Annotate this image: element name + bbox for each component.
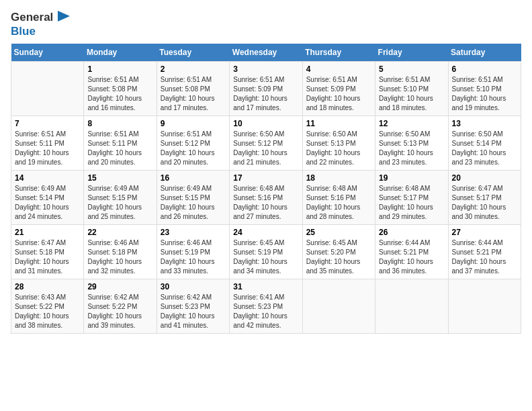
calendar-cell: 26Sunrise: 6:44 AMSunset: 5:21 PMDayligh… xyxy=(375,224,448,279)
calendar-cell: 3Sunrise: 6:51 AMSunset: 5:09 PMDaylight… xyxy=(230,61,302,116)
day-header-friday: Friday xyxy=(375,44,448,62)
day-info: Sunrise: 6:45 AMSunset: 5:19 PMDaylight:… xyxy=(233,238,298,276)
day-info: Sunrise: 6:51 AMSunset: 5:10 PMDaylight:… xyxy=(452,75,517,113)
day-number: 2 xyxy=(161,64,226,74)
day-number: 16 xyxy=(161,173,226,183)
calendar-week-row: 1Sunrise: 6:51 AMSunset: 5:08 PMDaylight… xyxy=(11,61,521,116)
day-info: Sunrise: 6:48 AMSunset: 5:17 PMDaylight:… xyxy=(379,184,444,222)
day-number: 5 xyxy=(379,64,444,74)
day-number: 31 xyxy=(233,282,298,291)
calendar-cell: 22Sunrise: 6:46 AMSunset: 5:18 PMDayligh… xyxy=(84,224,157,279)
calendar-cell: 14Sunrise: 6:49 AMSunset: 5:14 PMDayligh… xyxy=(11,170,84,224)
calendar-cell: 16Sunrise: 6:49 AMSunset: 5:15 PMDayligh… xyxy=(157,170,229,224)
day-number: 14 xyxy=(15,173,80,183)
logo-flag xyxy=(58,11,70,26)
day-info: Sunrise: 6:50 AMSunset: 5:13 PMDaylight:… xyxy=(306,130,371,167)
day-number: 20 xyxy=(452,173,517,183)
calendar-cell: 21Sunrise: 6:47 AMSunset: 5:18 PMDayligh… xyxy=(11,224,84,279)
calendar-cell: 17Sunrise: 6:48 AMSunset: 5:16 PMDayligh… xyxy=(230,170,302,224)
day-header-saturday: Saturday xyxy=(448,44,521,62)
calendar-cell: 4Sunrise: 6:51 AMSunset: 5:09 PMDaylight… xyxy=(302,61,375,116)
calendar-cell: 2Sunrise: 6:51 AMSunset: 5:08 PMDaylight… xyxy=(157,61,229,116)
day-info: Sunrise: 6:51 AMSunset: 5:11 PMDaylight:… xyxy=(87,130,152,167)
calendar-cell: 15Sunrise: 6:49 AMSunset: 5:15 PMDayligh… xyxy=(84,170,157,224)
calendar-cell: 18Sunrise: 6:48 AMSunset: 5:16 PMDayligh… xyxy=(302,170,375,224)
day-header-thursday: Thursday xyxy=(302,44,375,62)
day-number: 22 xyxy=(87,228,152,237)
calendar-cell xyxy=(375,279,448,333)
day-number: 28 xyxy=(15,282,80,291)
logo-general: General xyxy=(11,11,53,24)
calendar-cell: 27Sunrise: 6:44 AMSunset: 5:21 PMDayligh… xyxy=(448,224,521,279)
day-number: 25 xyxy=(306,228,371,237)
day-number: 23 xyxy=(161,228,226,237)
calendar-cell: 20Sunrise: 6:47 AMSunset: 5:17 PMDayligh… xyxy=(448,170,521,224)
calendar-cell: 24Sunrise: 6:45 AMSunset: 5:19 PMDayligh… xyxy=(230,224,302,279)
day-number: 6 xyxy=(452,64,517,74)
day-info: Sunrise: 6:50 AMSunset: 5:13 PMDaylight:… xyxy=(379,130,444,167)
calendar-week-row: 7Sunrise: 6:51 AMSunset: 5:11 PMDaylight… xyxy=(11,116,521,170)
day-header-sunday: Sunday xyxy=(11,44,84,62)
day-number: 15 xyxy=(87,173,152,183)
day-info: Sunrise: 6:49 AMSunset: 5:15 PMDaylight:… xyxy=(161,184,226,222)
day-info: Sunrise: 6:44 AMSunset: 5:21 PMDaylight:… xyxy=(452,238,517,276)
calendar-cell: 12Sunrise: 6:50 AMSunset: 5:13 PMDayligh… xyxy=(375,116,448,170)
day-number: 3 xyxy=(233,64,298,74)
day-info: Sunrise: 6:46 AMSunset: 5:18 PMDaylight:… xyxy=(87,238,152,276)
calendar-cell: 8Sunrise: 6:51 AMSunset: 5:11 PMDaylight… xyxy=(84,116,157,170)
day-info: Sunrise: 6:49 AMSunset: 5:15 PMDaylight:… xyxy=(87,184,152,222)
day-info: Sunrise: 6:45 AMSunset: 5:20 PMDaylight:… xyxy=(306,238,371,276)
day-number: 13 xyxy=(452,119,517,128)
day-number: 4 xyxy=(306,64,371,74)
calendar-cell: 6Sunrise: 6:51 AMSunset: 5:10 PMDaylight… xyxy=(448,61,521,116)
day-info: Sunrise: 6:49 AMSunset: 5:14 PMDaylight:… xyxy=(15,184,80,222)
day-number: 1 xyxy=(87,64,152,74)
calendar-cell: 25Sunrise: 6:45 AMSunset: 5:20 PMDayligh… xyxy=(302,224,375,279)
calendar-cell: 30Sunrise: 6:42 AMSunset: 5:23 PMDayligh… xyxy=(157,279,229,333)
day-info: Sunrise: 6:50 AMSunset: 5:14 PMDaylight:… xyxy=(452,130,517,167)
day-info: Sunrise: 6:47 AMSunset: 5:18 PMDaylight:… xyxy=(15,238,80,276)
logo: General Blue xyxy=(11,11,70,38)
day-info: Sunrise: 6:48 AMSunset: 5:16 PMDaylight:… xyxy=(233,184,298,222)
day-info: Sunrise: 6:42 AMSunset: 5:23 PMDaylight:… xyxy=(161,293,226,330)
day-info: Sunrise: 6:51 AMSunset: 5:08 PMDaylight:… xyxy=(87,75,152,113)
day-number: 17 xyxy=(233,173,298,183)
calendar-cell: 23Sunrise: 6:46 AMSunset: 5:19 PMDayligh… xyxy=(157,224,229,279)
calendar-cell: 1Sunrise: 6:51 AMSunset: 5:08 PMDaylight… xyxy=(84,61,157,116)
calendar-cell: 10Sunrise: 6:50 AMSunset: 5:12 PMDayligh… xyxy=(230,116,302,170)
day-number: 26 xyxy=(379,228,444,237)
day-info: Sunrise: 6:51 AMSunset: 5:12 PMDaylight:… xyxy=(161,130,226,167)
day-info: Sunrise: 6:47 AMSunset: 5:17 PMDaylight:… xyxy=(452,184,517,222)
calendar-cell: 7Sunrise: 6:51 AMSunset: 5:11 PMDaylight… xyxy=(11,116,84,170)
calendar-cell: 29Sunrise: 6:42 AMSunset: 5:22 PMDayligh… xyxy=(84,279,157,333)
day-info: Sunrise: 6:51 AMSunset: 5:08 PMDaylight:… xyxy=(161,75,226,113)
day-info: Sunrise: 6:50 AMSunset: 5:12 PMDaylight:… xyxy=(233,130,298,167)
calendar-cell: 5Sunrise: 6:51 AMSunset: 5:10 PMDaylight… xyxy=(375,61,448,116)
day-number: 29 xyxy=(87,282,152,291)
day-info: Sunrise: 6:51 AMSunset: 5:10 PMDaylight:… xyxy=(379,75,444,113)
day-header-tuesday: Tuesday xyxy=(157,44,229,62)
calendar-week-row: 28Sunrise: 6:43 AMSunset: 5:22 PMDayligh… xyxy=(11,279,521,333)
day-number: 30 xyxy=(161,282,226,291)
calendar-cell: 9Sunrise: 6:51 AMSunset: 5:12 PMDaylight… xyxy=(157,116,229,170)
day-header-wednesday: Wednesday xyxy=(230,44,302,62)
logo-wordmark: General Blue xyxy=(11,11,70,38)
calendar-cell: 31Sunrise: 6:41 AMSunset: 5:23 PMDayligh… xyxy=(230,279,302,333)
day-number: 21 xyxy=(15,228,80,237)
header: General Blue xyxy=(11,11,521,38)
day-header-monday: Monday xyxy=(84,44,157,62)
day-number: 12 xyxy=(379,119,444,128)
day-number: 7 xyxy=(15,119,80,128)
calendar-cell xyxy=(448,279,521,333)
calendar-table: SundayMondayTuesdayWednesdayThursdayFrid… xyxy=(11,44,521,334)
day-number: 27 xyxy=(452,228,517,237)
day-info: Sunrise: 6:44 AMSunset: 5:21 PMDaylight:… xyxy=(379,238,444,276)
day-number: 19 xyxy=(379,173,444,183)
day-info: Sunrise: 6:43 AMSunset: 5:22 PMDaylight:… xyxy=(15,293,80,330)
day-info: Sunrise: 6:42 AMSunset: 5:22 PMDaylight:… xyxy=(87,293,152,330)
day-number: 18 xyxy=(306,173,371,183)
day-number: 9 xyxy=(161,119,226,128)
days-header-row: SundayMondayTuesdayWednesdayThursdayFrid… xyxy=(11,44,521,62)
logo-blue: Blue xyxy=(11,25,36,38)
day-info: Sunrise: 6:51 AMSunset: 5:11 PMDaylight:… xyxy=(15,130,80,167)
